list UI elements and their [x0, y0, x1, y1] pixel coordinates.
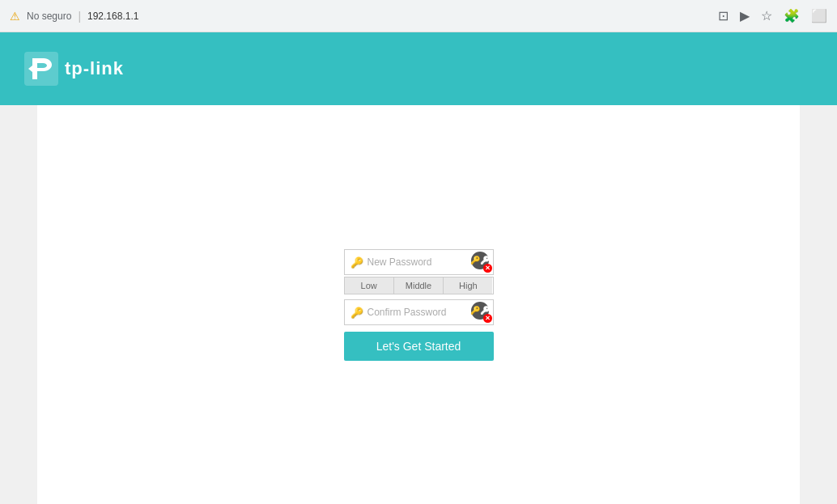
confirm-password-key-icon: 🔑 [351, 306, 363, 318]
warning-icon: ⚠ [10, 10, 20, 23]
confirm-password-manager-icon[interactable]: 🔑 ✕ [471, 302, 492, 323]
screenshot-icon[interactable]: ⊡ [718, 8, 729, 23]
tplink-header: tp-link [0, 32, 837, 105]
puzzle-icon[interactable]: 🧩 [784, 8, 800, 23]
strength-high: High [444, 277, 492, 294]
play-icon[interactable]: ▶ [740, 8, 750, 23]
address-bar[interactable]: 192.168.1.1 [87, 11, 138, 22]
new-password-wrapper: 🔑 🔑 ✕ [344, 249, 494, 275]
star-icon[interactable]: ☆ [761, 8, 772, 23]
confirm-manager-badge: ✕ [483, 314, 492, 323]
tplink-brand-text: tp-link [65, 58, 124, 79]
strength-low: Low [345, 277, 394, 294]
tplink-logo: tp-link [24, 52, 124, 86]
no-secure-text: No seguro [27, 11, 71, 22]
separator: | [78, 10, 81, 23]
password-form: 🔑 🔑 ✕ Low Middle High 🔑 🔑 ✕ [344, 249, 494, 361]
password-strength-bar: Low Middle High [344, 277, 494, 294]
main-content: 🔑 🔑 ✕ Low Middle High 🔑 🔑 ✕ [37, 105, 800, 504]
lets-get-started-button[interactable]: Let's Get Started [344, 332, 494, 361]
window-icon[interactable]: ⬜ [811, 8, 827, 23]
new-password-key-icon: 🔑 [351, 256, 363, 268]
tplink-logo-icon [24, 52, 58, 86]
browser-toolbar: ⊡ ▶ ☆ 🧩 ⬜ [718, 8, 827, 23]
new-password-manager-icon[interactable]: 🔑 ✕ [471, 252, 492, 273]
confirm-password-wrapper: 🔑 🔑 ✕ [344, 299, 494, 325]
browser-chrome-bar: ⚠ No seguro | 192.168.1.1 ⊡ ▶ ☆ 🧩 ⬜ [0, 0, 837, 32]
manager-badge: ✕ [483, 264, 492, 273]
strength-middle: Middle [394, 277, 444, 294]
